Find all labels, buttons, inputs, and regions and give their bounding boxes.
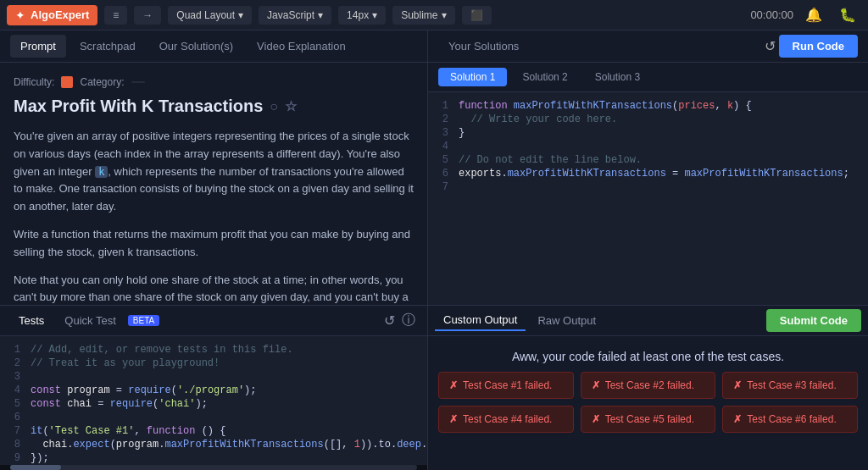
problem-desc-2: Write a function that returns the maximu… — [14, 226, 414, 262]
problem-title-text: Max Profit With K Transactions — [14, 97, 263, 116]
editor-label: Sublime — [401, 9, 437, 21]
info-icon[interactable]: ○ — [270, 99, 278, 114]
layout-dropdown[interactable]: Quad Layout ▾ — [168, 6, 252, 25]
timer: 00:00:00 — [750, 8, 793, 21]
code-line-1: 1 function maxProfitWithKTransactions(pr… — [428, 99, 868, 113]
solution-tab-2[interactable]: Solution 2 — [510, 68, 579, 86]
x-icon-1: ✗ — [449, 379, 458, 391]
test-code-line: 6 — [0, 411, 427, 424]
code-line-3: 3 } — [428, 126, 868, 140]
bug-icon-btn[interactable]: 🐛 — [834, 5, 861, 25]
next-btn[interactable]: → — [134, 6, 161, 25]
right-panel: Your Solutions ↺ Run Code Solution 1 Sol… — [428, 30, 868, 470]
editor-dropdown[interactable]: Sublime ▾ — [392, 6, 454, 25]
test-case-2-label: Test Case #2 failed. — [605, 379, 694, 391]
category-value — [131, 81, 145, 83]
test-code-line: 3 — [0, 370, 427, 384]
solution-tab-3[interactable]: Solution 3 — [583, 68, 652, 86]
solution-tab-1[interactable]: Solution 1 — [438, 68, 507, 86]
solution-code-editor[interactable]: 1 function maxProfitWithKTransactions(pr… — [428, 92, 868, 305]
test-code-editor[interactable]: 1 // Add, edit, or remove tests in this … — [0, 336, 427, 465]
font-size-dropdown[interactable]: 14px ▾ — [338, 6, 386, 25]
code-line-6: 6 exports.maxProfitWithKTransactions = m… — [428, 167, 868, 180]
language-chevron-icon: ▾ — [318, 9, 323, 21]
test-case-3-btn[interactable]: ✗ Test Case #3 failed. — [722, 372, 858, 399]
star-icon[interactable]: ☆ — [285, 98, 297, 114]
test-case-1-btn[interactable]: ✗ Test Case #1 failed. — [438, 372, 574, 399]
tab-scratchpad[interactable]: Scratchpad — [70, 35, 146, 58]
tab-raw-output[interactable]: Raw Output — [529, 311, 604, 330]
font-size-label: 14px — [347, 9, 369, 21]
reset-tests-btn[interactable]: ↺ — [382, 311, 397, 330]
right-top: Your Solutions ↺ Run Code Solution 1 Sol… — [428, 30, 868, 305]
tab-custom-output[interactable]: Custom Output — [435, 310, 526, 331]
tab-video[interactable]: Video Explanation — [247, 35, 356, 58]
test-code-line: 4 const program = require('./program'); — [0, 384, 427, 397]
beta-badge: BETA — [128, 315, 159, 326]
alarm-icon-btn[interactable]: 🔔 — [800, 5, 827, 25]
right-bottom: Custom Output Raw Output Submit Code Aww… — [428, 305, 868, 470]
test-code-line: 8 chai.expect(program.maxProfitWithKTran… — [0, 438, 427, 451]
tab-tests[interactable]: Tests — [10, 311, 53, 330]
main-layout: Prompt Scratchpad Our Solution(s) Video … — [0, 30, 868, 470]
x-icon-5: ✗ — [592, 413, 600, 425]
test-case-4-label: Test Case #4 failed. — [463, 413, 552, 425]
output-tab-bar: Custom Output Raw Output Submit Code — [428, 306, 868, 336]
x-icon-2: ✗ — [592, 379, 600, 391]
test-code-line: 7 it('Test Case #1', function () { — [0, 424, 427, 438]
x-icon-4: ✗ — [449, 413, 458, 425]
code-line-5: 5 // Do not edit the line below. — [428, 153, 868, 167]
tab-quick-test[interactable]: Quick Test — [56, 311, 124, 330]
test-case-5-label: Test Case #5 failed. — [605, 413, 694, 425]
problem-desc-3: Note that you can only hold one share of… — [14, 272, 414, 305]
k-highlight: k — [95, 166, 108, 178]
code-line-7: 7 — [428, 180, 868, 194]
test-code-line: 9 }); — [0, 451, 427, 465]
test-case-3-label: Test Case #3 failed. — [747, 379, 836, 391]
test-code-line: 1 // Add, edit, or remove tests in this … — [0, 343, 427, 357]
test-case-5-btn[interactable]: ✗ Test Case #5 failed. — [581, 406, 716, 433]
test-case-1-label: Test Case #1 failed. — [463, 379, 552, 391]
output-area: Aww, your code failed at least one of th… — [428, 336, 868, 470]
test-results-grid: ✗ Test Case #1 failed. ✗ Test Case #2 fa… — [428, 372, 868, 443]
your-solutions-label: Your Solutions — [438, 35, 529, 58]
language-label: JavaScript — [267, 9, 314, 21]
editor-chevron-icon: ▾ — [442, 9, 447, 21]
problem-title: Max Profit With K Transactions ○ ☆ — [14, 97, 414, 116]
tab-prompt[interactable]: Prompt — [10, 35, 66, 58]
test-code-line: 5 const chai = require('chai'); — [0, 397, 427, 411]
submit-code-button[interactable]: Submit Code — [766, 309, 861, 332]
category-label: Category: — [80, 76, 124, 88]
output-message: Aww, your code failed at least one of th… — [428, 336, 868, 372]
test-scrollbar-thumb — [10, 465, 61, 470]
tests-tab-bar: Tests Quick Test BETA ↺ ⓘ — [0, 306, 427, 336]
difficulty-badge — [61, 76, 73, 88]
test-case-6-label: Test Case #6 failed. — [747, 413, 836, 425]
problem-desc-1: You're given an array of positive intege… — [14, 128, 414, 216]
left-bottom: Tests Quick Test BETA ↺ ⓘ 1 // Add, edit… — [0, 305, 427, 470]
font-size-chevron-icon: ▾ — [372, 9, 377, 21]
difficulty-label: Difficulty: — [14, 76, 54, 88]
reset-solution-btn[interactable]: ↺ — [765, 38, 776, 54]
test-case-4-btn[interactable]: ✗ Test Case #4 failed. — [438, 406, 574, 433]
test-scrollbar[interactable] — [10, 465, 417, 470]
solution-tabs: Solution 1 Solution 2 Solution 3 — [428, 63, 868, 92]
tab-our-solution[interactable]: Our Solution(s) — [149, 35, 243, 58]
code-line-4: 4 — [428, 140, 868, 153]
left-top: Prompt Scratchpad Our Solution(s) Video … — [0, 30, 427, 305]
left-panel: Prompt Scratchpad Our Solution(s) Video … — [0, 30, 428, 470]
test-case-2-btn[interactable]: ✗ Test Case #2 failed. — [581, 372, 716, 399]
code-line-2: 2 // Write your code here. — [428, 113, 868, 126]
top-nav: ✦ AlgoExpert ≡ → Quad Layout ▾ JavaScrip… — [0, 0, 868, 30]
language-dropdown[interactable]: JavaScript ▾ — [259, 6, 331, 25]
info-tests-btn[interactable]: ⓘ — [400, 310, 417, 331]
run-code-button[interactable]: Run Code — [779, 35, 858, 58]
list-icon-btn[interactable]: ≡ — [104, 6, 127, 25]
logo[interactable]: ✦ AlgoExpert — [7, 5, 97, 25]
monitor-icon-btn[interactable]: ⬛ — [462, 6, 492, 25]
x-icon-3: ✗ — [733, 379, 742, 391]
test-case-6-btn[interactable]: ✗ Test Case #6 failed. — [722, 406, 858, 433]
prompt-content: Difficulty: Category: Max Profit With K … — [0, 63, 427, 305]
test-code-line: 2 // Treat it as your playground! — [0, 357, 427, 370]
layout-label: Quad Layout — [176, 9, 235, 21]
